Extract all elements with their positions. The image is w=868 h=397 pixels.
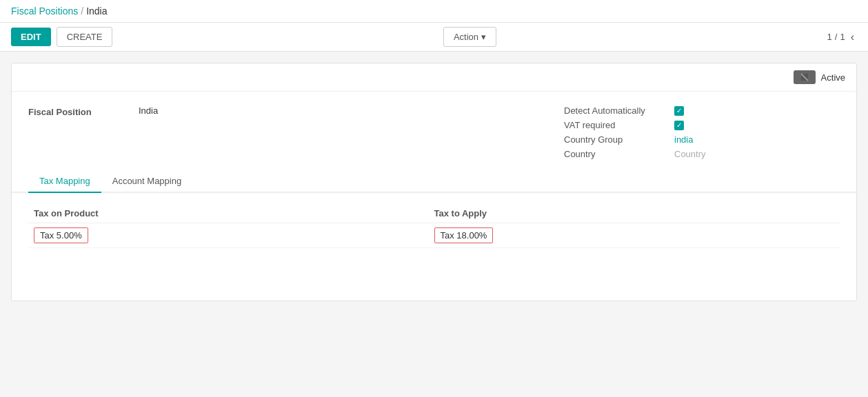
tax-to-apply-value[interactable]: Tax 18.00% [434,227,494,243]
breadcrumb-bar: Fiscal Positions / India [0,0,868,23]
pagination-prev-button[interactable]: ‹ [848,30,857,45]
vat-required-value [674,121,684,130]
active-toggle-box[interactable] [794,70,816,84]
main-content: Active Fiscal Position India Detect Auto… [0,52,868,312]
breadcrumb-parent[interactable]: Fiscal Positions [11,6,78,17]
col-tax-on-product-header: Tax on Product [34,208,434,218]
active-label: Active [821,72,845,83]
detect-auto-value [674,106,684,116]
fiscal-position-row: Fiscal Position India [28,105,564,117]
form-right: Detect Automatically VAT required Countr… [564,105,840,163]
col-tax-to-apply-header: Tax to Apply [434,208,835,218]
breadcrumb-separator: / [81,6,83,17]
tax-to-apply-cell: Tax 18.00% [434,227,835,243]
breadcrumb: Fiscal Positions / India [11,6,857,17]
country-placeholder[interactable]: Country [674,149,706,159]
pagination: 1 / 1 ‹ [827,30,857,45]
country-group-value: india [674,134,693,145]
country-label: Country [564,149,674,159]
edit-button[interactable]: EDIT [11,28,51,46]
pagination-current: 1 [827,32,832,42]
vat-required-label: VAT required [564,120,674,130]
tax-on-product-cell: Tax 5.00% [34,227,434,243]
detect-auto-row: Detect Automatically [564,105,840,116]
active-toggle[interactable]: Active [794,70,845,84]
action-label: Action [454,32,478,42]
form-card: Active Fiscal Position India Detect Auto… [11,63,857,301]
vat-required-checkbox[interactable] [674,121,684,130]
create-button[interactable]: CREATE [57,27,113,47]
toolbar: EDIT CREATE Action ▾ 1 / 1 ‹ [0,23,868,52]
action-button[interactable]: Action ▾ [443,27,496,47]
tab-account-mapping[interactable]: Account Mapping [101,170,192,193]
tax-mapping-rows: Tax 5.00% Tax 18.00% [28,223,840,289]
detect-auto-checkbox[interactable] [674,106,684,116]
country-group-link[interactable]: india [674,134,693,145]
pagination-total: 1 [840,32,845,42]
fiscal-position-label: Fiscal Position [28,105,139,117]
form-main: Fiscal Position India Detect Automatical… [12,92,856,170]
tax-mapping-content: Tax on Product Tax to Apply Tax 5.00% Ta… [12,193,856,301]
detect-auto-label: Detect Automatically [564,105,674,116]
active-bar: Active [12,63,856,92]
tax-on-product-value[interactable]: Tax 5.00% [34,227,88,243]
vat-required-row: VAT required [564,120,840,130]
active-toggle-icon [799,72,810,83]
pagination-sep: / [835,32,838,42]
breadcrumb-current: India [86,6,107,17]
country-row: Country Country [564,149,840,159]
country-group-label: Country Group [564,134,674,145]
tax-table-header: Tax on Product Tax to Apply [28,204,840,223]
country-value: Country [674,149,706,159]
empty-row [28,248,840,289]
country-group-row: Country Group india [564,134,840,145]
action-chevron-icon: ▾ [481,32,486,42]
tab-tax-mapping[interactable]: Tax Mapping [28,170,101,193]
tabs: Tax Mapping Account Mapping [12,170,856,193]
fiscal-position-value: India [139,105,158,116]
form-left: Fiscal Position India [28,105,564,163]
table-row: Tax 5.00% Tax 18.00% [28,223,840,248]
